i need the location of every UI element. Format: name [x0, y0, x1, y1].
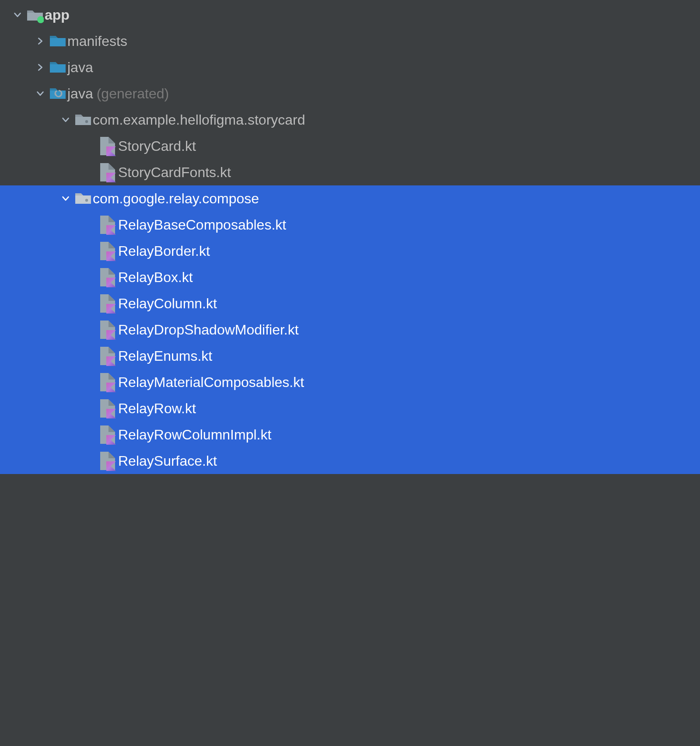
- package-folder-icon: [74, 111, 92, 129]
- tree-label-file: RelayDropShadowModifier.kt: [118, 322, 299, 338]
- tree-row-file-relaybox[interactable]: RelayBox.kt: [0, 264, 700, 290]
- tree-row-file-relayrow[interactable]: RelayRow.kt: [0, 395, 700, 422]
- tree-row-file-relaysurface[interactable]: RelaySurface.kt: [0, 448, 700, 474]
- chevron-down-icon[interactable]: [57, 194, 74, 203]
- kotlin-file-icon: [100, 216, 117, 234]
- svg-point-2: [85, 199, 88, 202]
- kotlin-file-icon: [100, 373, 117, 391]
- module-folder-icon: [26, 6, 44, 24]
- chevron-right-icon[interactable]: [32, 36, 49, 46]
- folder-icon: [49, 32, 66, 50]
- kotlin-file-icon: [100, 452, 117, 470]
- tree-label-java-gen: java: [67, 86, 93, 102]
- kotlin-file-icon: [100, 426, 117, 443]
- kotlin-file-icon: [100, 400, 117, 417]
- kotlin-file-icon: [100, 242, 117, 260]
- tree-label-file: RelayBox.kt: [118, 269, 193, 286]
- kotlin-file-icon: [100, 137, 117, 155]
- tree-row-java-generated[interactable]: java (generated): [0, 80, 700, 107]
- tree-row-manifests[interactable]: manifests: [0, 28, 700, 54]
- tree-row-file-storycardfonts[interactable]: StoryCardFonts.kt: [0, 159, 700, 185]
- tree-label-file: StoryCard.kt: [118, 138, 196, 154]
- kotlin-file-icon: [100, 295, 117, 312]
- chevron-down-icon[interactable]: [57, 115, 74, 125]
- tree-label-file: RelaySurface.kt: [118, 453, 217, 469]
- kotlin-file-icon: [100, 321, 117, 338]
- tree-row-java[interactable]: java: [0, 54, 700, 80]
- kotlin-file-icon: [100, 268, 117, 286]
- chevron-right-icon[interactable]: [32, 63, 49, 72]
- tree-row-file-relaymaterial[interactable]: RelayMaterialComposables.kt: [0, 369, 700, 395]
- tree-row-module-app[interactable]: app: [0, 2, 700, 28]
- tree-label-file: RelayBorder.kt: [118, 243, 210, 259]
- tree-row-file-relayborder[interactable]: RelayBorder.kt: [0, 238, 700, 264]
- tree-row-file-storycard[interactable]: StoryCard.kt: [0, 133, 700, 159]
- folder-icon: [49, 59, 66, 76]
- tree-row-file-relaycolumn[interactable]: RelayColumn.kt: [0, 290, 700, 317]
- kotlin-file-icon: [100, 164, 117, 181]
- tree-row-file-relayrowcolumnimpl[interactable]: RelayRowColumnImpl.kt: [0, 422, 700, 448]
- kotlin-file-icon: [100, 347, 117, 365]
- tree-label-generated-suffix: (generated): [97, 86, 169, 102]
- svg-point-1: [85, 120, 88, 123]
- chevron-down-icon[interactable]: [9, 10, 26, 20]
- tree-row-file-relaydropshadow[interactable]: RelayDropShadowModifier.kt: [0, 317, 700, 343]
- tree-label-file: RelayBaseComposables.kt: [118, 217, 286, 233]
- tree-label-pkg-storycard: com.example.hellofigma.storycard: [93, 112, 305, 128]
- tree-label-file: StoryCardFonts.kt: [118, 164, 231, 181]
- chevron-down-icon[interactable]: [32, 89, 49, 98]
- tree-row-file-relayenums[interactable]: RelayEnums.kt: [0, 343, 700, 369]
- tree-label-pkg-relay: com.google.relay.compose: [93, 191, 259, 207]
- tree-label-manifests: manifests: [67, 33, 127, 49]
- tree-row-package-relay[interactable]: com.google.relay.compose: [0, 185, 700, 212]
- package-folder-icon: [74, 190, 92, 207]
- tree-label-java: java: [67, 59, 93, 76]
- tree-label-app: app: [45, 7, 70, 23]
- tree-label-file: RelayRowColumnImpl.kt: [118, 427, 271, 443]
- tree-label-file: RelayRow.kt: [118, 401, 196, 417]
- tree-label-file: RelayMaterialComposables.kt: [118, 374, 304, 390]
- tree-row-package-storycard[interactable]: com.example.hellofigma.storycard: [0, 107, 700, 133]
- tree-label-file: RelayEnums.kt: [118, 348, 212, 364]
- generated-folder-icon: [49, 85, 66, 102]
- tree-label-file: RelayColumn.kt: [118, 296, 217, 312]
- tree-row-file-relaybasecomposables[interactable]: RelayBaseComposables.kt: [0, 212, 700, 238]
